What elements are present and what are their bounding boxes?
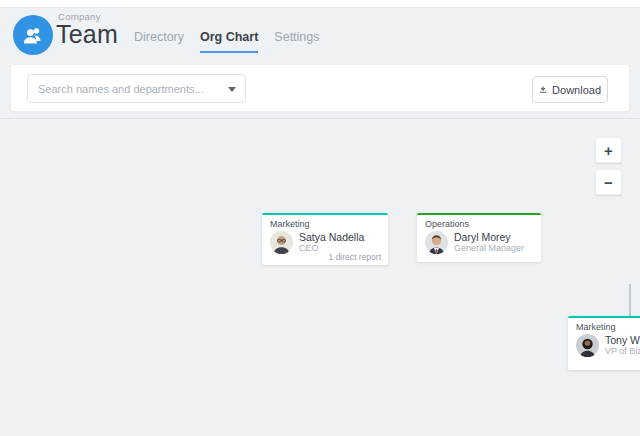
caret-down-icon[interactable] (228, 87, 236, 92)
satya-nadella-avatar (270, 231, 293, 254)
department-label: Marketing (270, 219, 380, 229)
search-combobox[interactable] (27, 74, 246, 103)
toolbar-panel: Download (10, 64, 630, 112)
header-divider (0, 118, 640, 119)
org-card-tony[interactable]: Marketing Tony Willi VP of BizD (568, 316, 640, 370)
zoom-out-button[interactable]: − (595, 169, 622, 195)
page-title: Team (56, 20, 118, 49)
main-nav: Directory Org Chart Settings (134, 30, 320, 53)
person-row: Daryl Morey General Manager (417, 230, 541, 254)
person-title: General Manager (454, 243, 524, 253)
tab-settings[interactable]: Settings (274, 30, 319, 53)
daryl-morey-avatar (425, 231, 448, 254)
tab-directory[interactable]: Directory (134, 30, 184, 53)
department-label: Operations (425, 219, 533, 229)
person-text: Daryl Morey General Manager (454, 231, 524, 253)
team-people-icon (22, 24, 44, 46)
person-row: Satya Nadella CEO (262, 230, 388, 254)
download-button[interactable]: Download (532, 76, 608, 103)
org-connector-line (629, 284, 631, 316)
org-card-daryl-morey[interactable]: Operations Daryl Morey General Manager (417, 213, 541, 262)
company-logo (13, 15, 53, 55)
person-name: Daryl Morey (454, 231, 524, 243)
department-label: Marketing (576, 322, 640, 332)
org-card-satya-nadella[interactable]: Marketing Satya Nadella CEO 1 direct rep… (262, 213, 388, 265)
person-text: Satya Nadella CEO (299, 231, 364, 253)
tony-avatar (576, 334, 599, 357)
person-text: Tony Willi VP of BizD (605, 334, 640, 356)
download-icon (539, 84, 547, 95)
tab-org-chart[interactable]: Org Chart (200, 30, 258, 53)
zoom-in-button[interactable]: + (595, 137, 622, 163)
window-top-bar (0, 0, 640, 8)
person-row: Tony Willi VP of BizD (568, 333, 640, 357)
person-name: Tony Willi (605, 334, 640, 346)
direct-reports-label[interactable]: 1 direct report (329, 252, 381, 262)
download-label: Download (552, 84, 601, 96)
search-input[interactable] (28, 75, 245, 102)
person-title: VP of BizD (605, 346, 640, 356)
person-name: Satya Nadella (299, 231, 364, 243)
